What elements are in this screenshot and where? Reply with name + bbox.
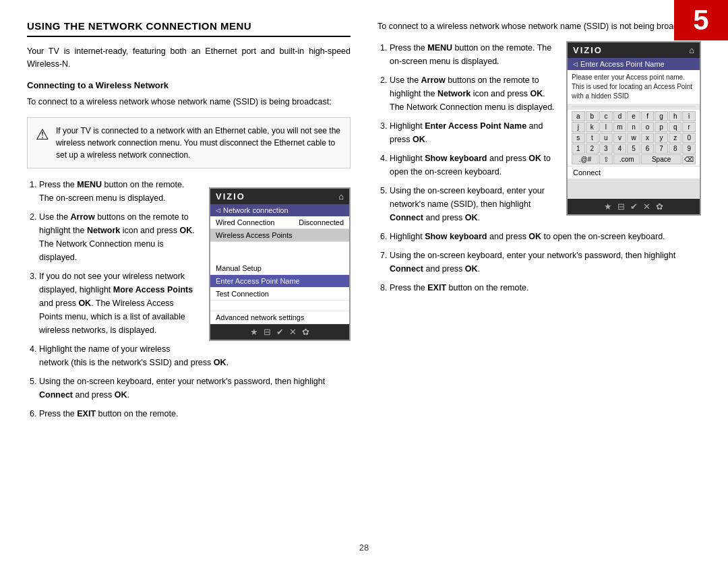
right-column: To connect to a wireless network whose n… [377,20,701,549]
key-x: x [641,133,655,143]
ctrl-rect-left: ⊟ [264,327,271,337]
badge-number: 5 [693,4,708,36]
home-icon-right: ⌂ [689,45,694,55]
tv-description: Please enter your Access point name. Thi… [568,70,700,104]
intro-text: Your TV is internet-ready, featuring bot… [27,45,351,71]
key-m: m [613,122,627,132]
key-a: a [572,111,585,121]
key-n: n [627,122,640,132]
tv-menu-label-left: Network connection [223,206,289,214]
key-special: .@# [572,154,599,164]
menu-arrow-right: ◁ [573,61,578,67]
key-g: g [655,111,668,121]
key-h: h [669,111,682,121]
tv-enter-apn: Enter Access Point Name [210,275,349,288]
ctrl-check-left: ✔ [276,327,284,337]
key-l: l [599,122,613,132]
key-o: o [641,122,655,132]
tv-spacer [210,301,349,311]
ctrl-gear-left: ✿ [302,327,309,337]
ctrl-check-right: ✔ [630,201,638,212]
warning-text: If your TV is connected to a network wit… [56,125,342,161]
key-d: d [613,111,627,121]
vizio-logo-left: VIZIO [216,191,245,201]
tv-manual-setup: Manual Setup [210,262,349,275]
key-7: 7 [655,144,668,154]
tv-screen-left: VIZIO ⌂ ◁ Network connection Wired Conne… [209,187,351,341]
ctrl-gear-right: ✿ [656,201,663,212]
ctrl-star-right: ★ [604,201,612,212]
key-y: y [655,133,668,143]
step-right-6: Highlight Show keyboard and press OK to … [390,230,701,243]
tv-advanced-settings: Advanced network settings [210,311,349,324]
key-0: 0 [682,133,696,143]
key-p: p [655,122,668,132]
step-left-5: Using the on-screen keyboard, enter your… [39,375,351,402]
ctrl-star-left: ★ [250,327,258,337]
section-title: USING THE NETWORK CONNECTION MENU [27,20,351,37]
tv-wired-label: Wired Connection [216,218,274,226]
key-t: t [586,133,599,143]
key-w: w [627,133,640,143]
key-shift: ⇧ [599,154,613,164]
key-2: 2 [586,144,599,154]
page-badge: 5 [674,0,728,40]
key-q: q [669,122,682,132]
menu-arrow-left: ◁ [216,207,220,214]
broadcast-intro: To connect to a wireless network whose n… [27,96,351,108]
key-k: k [586,122,599,132]
tv-divider [572,106,696,107]
warning-icon: ⚠ [36,126,49,161]
warning-box: ⚠ If your TV is connected to a network w… [27,117,351,168]
vizio-logo-right: VIZIO [573,45,603,55]
key-space: Space [641,154,682,164]
key-e: e [627,111,640,121]
tv-menu-item-left: ◁ Network connection [210,204,349,216]
tv-wired-value: Disconnected [299,218,344,226]
key-j: j [572,122,585,132]
step-left-6: Press the EXIT button on the remote. [39,407,351,420]
left-column: USING THE NETWORK CONNECTION MENU Your T… [27,20,351,549]
page-number: 28 [359,542,369,553]
key-1: 1 [572,144,585,154]
tv-wireless-row: Wireless Access Points [210,229,349,242]
step-right-8: Press the EXIT button on the remote. [390,281,701,294]
tv-apn-label: Enter Access Point Name [580,60,665,68]
right-intro: To connect to a wireless network whose n… [377,20,701,33]
key-z: z [669,133,682,143]
key-u: u [599,133,613,143]
tv-wireless-label: Wireless Access Points [216,231,293,239]
tv-screen-right: VIZIO ⌂ ◁ Enter Access Point Name Please… [566,41,701,216]
key-9: 9 [682,144,696,154]
key-b: b [586,111,599,121]
tv-bottom-bar-left: ★ ⊟ ✔ ✕ ✿ [210,324,349,340]
home-icon-left: ⌂ [338,191,344,201]
tv-bottom-bar-right: ★ ⊟ ✔ ✕ ✿ [568,199,700,214]
tv-top-bar-right: VIZIO ⌂ [568,42,700,58]
key-3: 3 [599,144,613,154]
key-i: i [682,111,696,121]
key-r: r [682,122,696,132]
step-left-4: Highlight the name of your wireless netw… [39,342,351,369]
tv-top-bar-left: VIZIO ⌂ [210,189,349,204]
key-f: f [641,111,655,121]
key-4: 4 [613,144,627,154]
subsection-title: Connecting to a Wireless Network [27,80,351,90]
key-dotcom: .com [613,154,640,164]
tv-keyboard: a b c d e f g h i j k l m n o p q r s [568,110,700,166]
key-5: 5 [627,144,640,154]
ctrl-rect-right: ⊟ [617,201,625,212]
tv-test-connection: Test Connection [210,288,349,301]
tv-apn-header: ◁ Enter Access Point Name [568,58,700,70]
ctrl-x-right: ✕ [643,201,650,212]
key-8: 8 [669,144,682,154]
key-s: s [572,133,585,143]
key-c: c [599,111,613,121]
ctrl-x-left: ✕ [289,327,297,337]
tv-network-row: Wired Connection Disconnected [210,216,349,229]
step-right-7: Using the on-screen keyboard, enter your… [390,249,701,276]
key-backspace: ⌫ [682,154,696,164]
key-6: 6 [641,144,655,154]
tv-connect-row: Connect [568,166,700,179]
key-v: v [613,133,627,143]
